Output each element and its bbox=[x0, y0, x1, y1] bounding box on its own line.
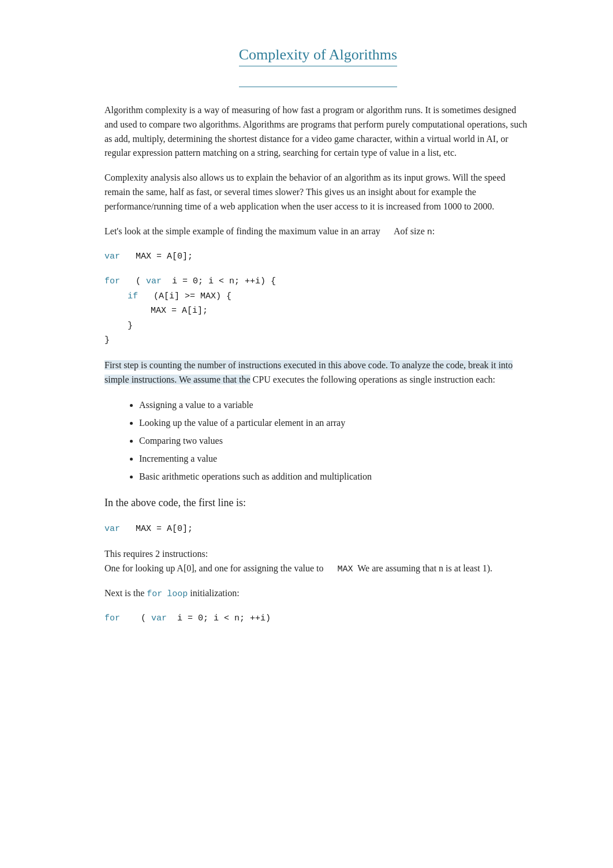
keyword-for-2: for bbox=[104, 613, 120, 623]
keyword-for-1: for bbox=[104, 276, 120, 286]
step1-highlight: First step is counting the number of ins… bbox=[104, 360, 513, 384]
bullet-item-2: Looking up the value of a particular ele… bbox=[139, 415, 532, 432]
next-is-paragraph: Next is the for loop initialization: bbox=[104, 586, 532, 601]
code-outer-close-brace: } bbox=[104, 333, 532, 348]
requires-paragraph: This requires 2 instructions: One for lo… bbox=[104, 547, 532, 576]
code-line-var-max: var MAX = A[0]; bbox=[104, 249, 532, 264]
keyword-var-4: var bbox=[151, 613, 167, 623]
one-for-text: One for looking up A[0], and one for ass… bbox=[104, 563, 492, 573]
keyword-if: if bbox=[128, 291, 138, 301]
code-var-max-assign-2: MAX = A[0]; bbox=[136, 524, 193, 534]
first-line-heading: In the above code, the first line is: bbox=[104, 495, 532, 511]
code-block-2: for ( var i = 0; i < n; ++i) { if (A[i] … bbox=[104, 274, 532, 348]
init-text: initialization: bbox=[188, 588, 239, 598]
bullet-item-3: Comparing two values bbox=[139, 433, 532, 450]
code-var-max-assign: MAX = A[0]; bbox=[136, 252, 193, 261]
code-block-1: var MAX = A[0]; bbox=[104, 249, 532, 264]
step1-paragraph: First step is counting the number of ins… bbox=[104, 358, 532, 387]
page-container: Complexity of Algorithms Algorithm compl… bbox=[58, 0, 555, 683]
n-variable: n bbox=[427, 227, 432, 237]
intro-paragraph-1: Algorithm complexity is a way of measuri… bbox=[104, 103, 532, 160]
keyword-var-3: var bbox=[104, 524, 120, 534]
example-intro-text: Let's look at the simple example of find… bbox=[104, 226, 435, 236]
code-for-line: for ( var i = 0; i < n; ++i) { bbox=[104, 274, 532, 289]
intro-paragraph-2: Complexity analysis also allows us to ex… bbox=[104, 171, 532, 214]
bullet-item-1: Assigning a value to a variable bbox=[139, 397, 532, 414]
bullet-list: Assigning a value to a variable Looking … bbox=[139, 397, 532, 485]
title-underline: Complexity of Algorithms bbox=[239, 46, 397, 87]
title-section: Complexity of Algorithms bbox=[104, 46, 532, 87]
max-inline: MAX bbox=[337, 564, 353, 574]
loop-keyword-inline: loop bbox=[167, 589, 188, 599]
code-inner-close-brace: } bbox=[104, 319, 532, 334]
code-if-line: if (A[i] >= MAX) { bbox=[104, 289, 532, 304]
page-title: Complexity of Algorithms bbox=[239, 46, 397, 66]
keyword-var-1: var bbox=[104, 252, 120, 261]
code-block-4: for ( var i = 0; i < n; ++i) bbox=[104, 611, 532, 626]
code-var-max-2: var MAX = A[0]; bbox=[104, 522, 532, 537]
next-is-text: Next is the bbox=[104, 588, 147, 598]
code-max-assign-line: MAX = A[i]; bbox=[104, 304, 532, 319]
bullet-item-4: Incrementing a value bbox=[139, 451, 532, 467]
example-intro-paragraph: Let's look at the simple example of find… bbox=[104, 225, 532, 239]
code-for-short: for ( var i = 0; i < n; ++i) bbox=[104, 611, 532, 626]
requires-text: This requires 2 instructions: bbox=[104, 549, 208, 559]
keyword-var-2: var bbox=[146, 276, 162, 286]
bullet-item-5: Basic arithmetic operations such as addi… bbox=[139, 469, 532, 485]
for-keyword-inline: for bbox=[147, 589, 162, 599]
code-block-3: var MAX = A[0]; bbox=[104, 522, 532, 537]
